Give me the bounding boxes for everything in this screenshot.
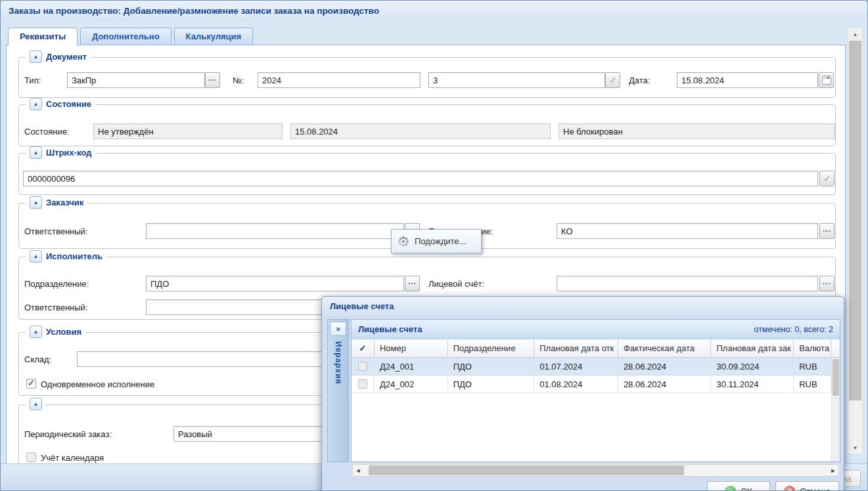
scrollbar-thumb[interactable] [833,359,839,396]
tab-dopolnitelno[interactable]: Дополнительно [80,28,171,45]
collapse-icon[interactable]: ▲ [30,250,42,263]
section-barcode: ▲ Штрих-код ✓ [18,153,836,195]
barcode-input[interactable] [23,171,818,186]
ok-label: ОК [741,486,752,491]
cell-number: Д24_002 [375,375,448,393]
customer-department-picker-button[interactable]: ... [819,223,834,239]
collapse-icon[interactable]: ▲ [30,196,42,209]
accounts-dialog-title: Лицевые счета [322,297,844,316]
section-state: ▲ Состояние Состояние: [18,104,836,146]
table-vertical-scrollbar[interactable] [831,358,840,461]
accounts-panel: Лицевые счета отмечено: 0, всего: 2 ✓ Но… [351,319,840,462]
column-currency[interactable]: Валюта [794,339,831,357]
state-status-field [93,123,283,139]
cell-department: ПДО [448,358,535,375]
doc-date-input[interactable] [677,72,818,88]
state-date-field [290,123,551,139]
accounts-counter: отмечено: 0, всего: 2 [754,325,833,334]
warehouse-label: Склад: [24,354,51,364]
doc-type-picker-button[interactable]: ... [205,72,220,88]
tab-bar: Реквизиты Дополнительно Калькуляция [8,28,253,45]
doc-date-label: Дата: [629,75,650,85]
row-checkbox[interactable] [358,362,367,371]
dialog-ok-button[interactable]: ✓ ОК [707,481,770,491]
collapse-icon[interactable]: ▲ [30,146,42,159]
collapse-icon[interactable]: ▲ [30,98,42,110]
simultaneous-label: Одновременное исполнение [41,379,154,389]
cell-number: Д24_001 [375,358,448,375]
hierarchy-panel: » Иерархия [327,319,349,462]
cell-actual-date: 28.06.2024 [618,358,712,375]
section-conditions-legend: ▲ Условия [26,326,85,338]
ok-icon: ✓ [725,486,736,491]
collapse-icon[interactable]: ▲ [30,398,42,410]
customer-responsible-label: Ответственный: [24,226,87,236]
cell-actual-date: 28.06.2024 [618,375,712,393]
ellipsis-icon: ... [208,76,217,84]
section-state-legend: ▲ Состояние [26,98,95,110]
column-actual-date[interactable]: Фактическая дата [618,339,712,357]
row-checkbox[interactable] [358,379,367,389]
executor-account-input[interactable] [557,276,818,291]
expand-hierarchy-button[interactable]: » [330,322,346,336]
wait-popup-label: Подождите... [415,236,466,246]
hierarchy-tab-label[interactable]: Иерархия [334,341,343,385]
column-check[interactable]: ✓ [352,339,375,357]
barcode-check-button[interactable]: ✓ [819,171,834,186]
scrollbar-track[interactable] [363,465,828,476]
spinner-icon [398,236,409,247]
calendar-accounting-label: Учёт календаря [41,453,104,463]
column-planned-close[interactable]: Плановая дата зак [711,339,794,357]
section-document: ▲ Документ Тип: ... №: ✓ Дата: [18,57,836,98]
scroll-up-icon[interactable]: ▲ [848,28,862,40]
column-planned-open[interactable]: Плановая дата отк [534,339,618,357]
executor-responsible-label: Ответственный: [24,303,87,312]
window-title: Заказы на производство: Добавление/размн… [1,1,867,22]
executor-account-picker-button[interactable]: ... [819,276,834,291]
scrollbar-thumb[interactable] [369,465,684,475]
scroll-right-icon[interactable]: ► [828,467,838,474]
cell-check [352,375,375,393]
cell-currency: RUB [794,375,831,393]
customer-responsible-input[interactable] [146,223,404,239]
table-row[interactable]: Д24_001 ПДО 01.07.2024 28.06.2024 30.09.… [352,358,840,375]
column-department[interactable]: Подразделение [448,339,535,357]
scroll-down-icon[interactable]: ▼ [848,442,862,454]
column-number[interactable]: Номер [375,339,448,357]
executor-department-picker-button[interactable]: ... [405,276,420,291]
check-icon: ✓ [609,75,617,85]
state-label: Состояние: [24,127,69,137]
section-state-title: Состояние [46,99,91,109]
tab-rekvizity[interactable]: Реквизиты [8,28,78,45]
cancel-icon: ✗ [784,486,795,491]
calendar-accounting-checkbox[interactable] [26,452,36,462]
cell-planned-open: 01.07.2024 [534,358,618,375]
production-order-window: Заказы на производство: Добавление/размн… [0,0,868,491]
simultaneous-checkbox[interactable] [26,379,36,389]
doc-number-check-button[interactable]: ✓ [605,72,620,88]
scrollbar-thumb[interactable] [849,41,861,400]
collapse-icon[interactable]: ▲ [30,51,42,63]
section-document-legend: ▲ Документ [26,51,91,63]
doc-number-input[interactable] [258,72,421,88]
section-executor-legend: ▲ Исполнитель [26,250,106,263]
accounts-dialog: Лицевые счета » Иерархия Лицевые счета о… [321,296,844,491]
cell-currency: RUB [794,358,831,375]
section-barcode-legend: ▲ Штрих-код [26,146,95,159]
dialog-cancel-button[interactable]: ✗ Отмена [775,481,839,491]
table-horizontal-scrollbar[interactable]: ◄ ► [352,464,839,477]
tab-kalkulyaciya[interactable]: Калькуляция [174,28,254,45]
section-barcode-title: Штрих-код [46,148,91,158]
doc-number2-input[interactable] [428,72,605,88]
executor-department-input[interactable] [146,276,404,291]
section-periodic-legend: ▲ [26,398,46,410]
check-icon: ✓ [823,173,831,184]
main-vertical-scrollbar[interactable]: ▲ ▼ [848,28,863,454]
table-row[interactable]: Д24_002 ПДО 01.08.2024 28.06.2024 30.11.… [352,375,840,393]
section-customer-legend: ▲ Заказчик [26,196,87,209]
collapse-icon[interactable]: ▲ [30,326,42,338]
scroll-left-icon[interactable]: ◄ [353,467,363,474]
customer-department-input[interactable] [557,223,818,239]
doc-type-input[interactable] [67,72,205,88]
doc-date-calendar-button[interactable] [819,72,834,88]
